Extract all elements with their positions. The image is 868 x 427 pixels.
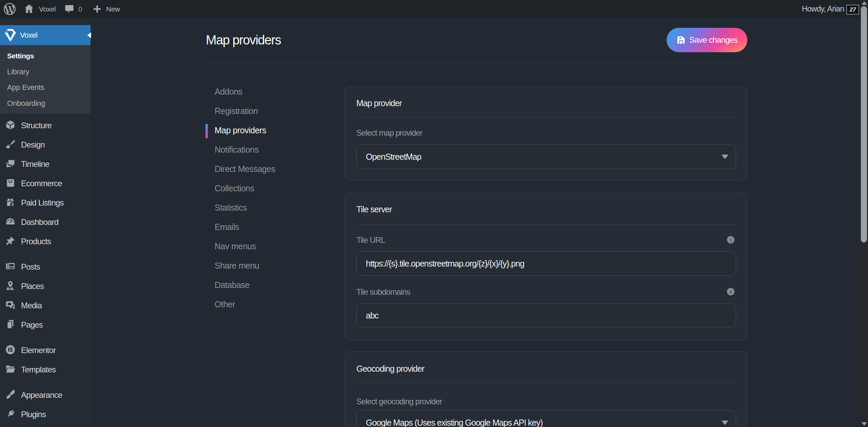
svg-text:$: $ [12, 202, 14, 207]
